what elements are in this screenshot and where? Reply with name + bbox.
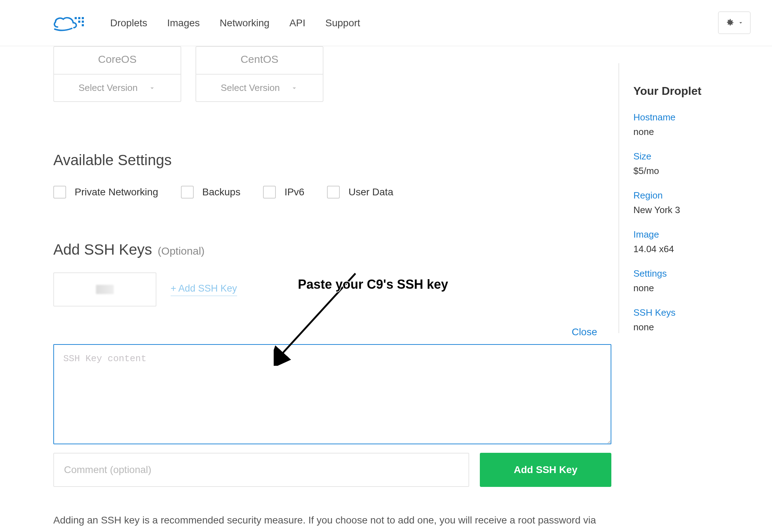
cloud-logo-icon xyxy=(53,14,85,32)
option-private-networking[interactable]: Private Networking xyxy=(53,186,158,199)
option-ipv6[interactable]: IPv6 xyxy=(263,186,304,199)
svg-rect-0 xyxy=(75,17,77,19)
option-backups[interactable]: Backups xyxy=(181,186,240,199)
svg-rect-3 xyxy=(78,21,80,23)
option-label: IPv6 xyxy=(284,186,304,198)
option-label: Backups xyxy=(202,186,240,198)
svg-rect-4 xyxy=(82,21,84,23)
checkbox[interactable] xyxy=(53,186,66,199)
option-label: Private Networking xyxy=(75,186,158,198)
sidebar-label: Size xyxy=(633,151,746,162)
os-version-label: Select Version xyxy=(79,82,138,93)
os-card-coreos[interactable]: CoreOS Select Version xyxy=(53,46,181,102)
sidebar-value: none xyxy=(633,283,746,294)
os-version-select[interactable]: Select Version xyxy=(54,75,181,101)
sidebar-value: none xyxy=(633,126,746,137)
sidebar-item-image: Image 14.04 x64 xyxy=(633,229,746,255)
os-card-name: CentOS xyxy=(196,47,323,75)
svg-rect-5 xyxy=(82,24,84,26)
add-ssh-key-link[interactable]: + Add SSH Key xyxy=(171,283,237,296)
brand-logo[interactable] xyxy=(53,14,85,32)
sidebar-value: New York 3 xyxy=(633,205,746,216)
top-nav: Droplets Images Networking API Support xyxy=(0,0,772,46)
annotation-text: Paste your C9's SSH key xyxy=(298,277,448,292)
option-label: User Data xyxy=(348,186,393,198)
nav-item-api[interactable]: API xyxy=(289,17,305,29)
sidebar-value: 14.04 x64 xyxy=(633,244,746,255)
os-card-centos[interactable]: CentOS Select Version xyxy=(195,46,323,102)
ssh-comment-input[interactable] xyxy=(53,453,469,487)
nav-item-support[interactable]: Support xyxy=(325,17,360,29)
add-ssh-key-button[interactable]: Add SSH Key xyxy=(480,453,611,487)
checkbox[interactable] xyxy=(327,186,340,199)
sidebar-item-settings: Settings none xyxy=(633,268,746,294)
sidebar-label: Settings xyxy=(633,268,746,279)
settings-dropdown[interactable] xyxy=(718,11,751,34)
optional-label: (Optional) xyxy=(158,245,205,257)
sidebar-item-region: Region New York 3 xyxy=(633,190,746,216)
close-link[interactable]: Close xyxy=(572,326,597,338)
sidebar-label: Image xyxy=(633,229,746,240)
svg-rect-1 xyxy=(78,17,80,19)
redacted-key-label xyxy=(96,285,114,294)
os-card-row: CoreOS Select Version CentOS Select Vers… xyxy=(53,46,597,102)
sidebar-item-ssh-keys: SSH Keys none xyxy=(633,307,746,333)
sidebar-value: none xyxy=(633,322,746,333)
chevron-down-icon xyxy=(148,84,156,92)
chevron-down-icon xyxy=(738,20,744,26)
os-version-select[interactable]: Select Version xyxy=(196,75,323,101)
svg-rect-2 xyxy=(82,17,84,19)
nav-item-images[interactable]: Images xyxy=(167,17,200,29)
chevron-down-icon xyxy=(290,84,298,92)
nav-item-networking[interactable]: Networking xyxy=(220,17,269,29)
ssh-hint-text: Adding an SSH key is a recommended secur… xyxy=(53,512,597,532)
option-user-data[interactable]: User Data xyxy=(327,186,393,199)
sidebar-value: $5/mo xyxy=(633,165,746,177)
ssh-key-textarea[interactable] xyxy=(53,344,611,444)
nav-items: Droplets Images Networking API Support xyxy=(110,17,360,29)
available-settings-heading: Available Settings xyxy=(53,152,597,169)
sidebar-label: SSH Keys xyxy=(633,307,746,318)
sidebar-heading: Your Droplet xyxy=(633,85,746,98)
os-version-label: Select Version xyxy=(221,82,280,93)
sidebar-item-size: Size $5/mo xyxy=(633,151,746,177)
settings-options: Private Networking Backups IPv6 User Dat… xyxy=(53,186,597,199)
sidebar-label: Hostname xyxy=(633,112,746,123)
checkbox[interactable] xyxy=(263,186,276,199)
checkbox[interactable] xyxy=(181,186,194,199)
existing-ssh-key-slot[interactable] xyxy=(53,272,156,306)
gear-icon xyxy=(725,18,735,28)
nav-item-droplets[interactable]: Droplets xyxy=(110,17,147,29)
sidebar-label: Region xyxy=(633,190,746,201)
sidebar-item-hostname: Hostname none xyxy=(633,112,746,137)
droplet-summary-sidebar: Your Droplet Hostname none Size $5/mo Re… xyxy=(618,63,746,333)
add-ssh-keys-heading: Add SSH Keys xyxy=(53,241,152,258)
os-card-name: CoreOS xyxy=(54,47,181,75)
